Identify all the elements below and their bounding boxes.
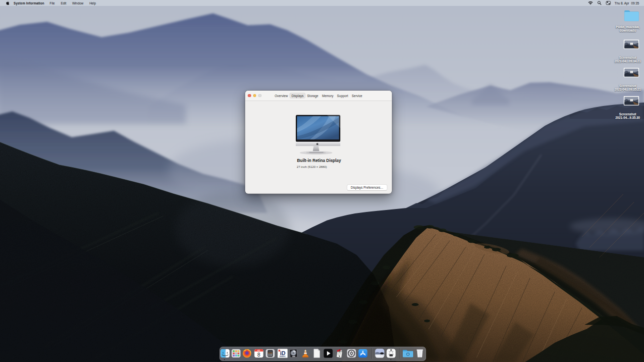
svg-text:8: 8 bbox=[257, 352, 260, 358]
svg-text:iD: iD bbox=[280, 350, 285, 356]
svg-text:DIGIDOC: DIGIDOC bbox=[279, 356, 285, 358]
